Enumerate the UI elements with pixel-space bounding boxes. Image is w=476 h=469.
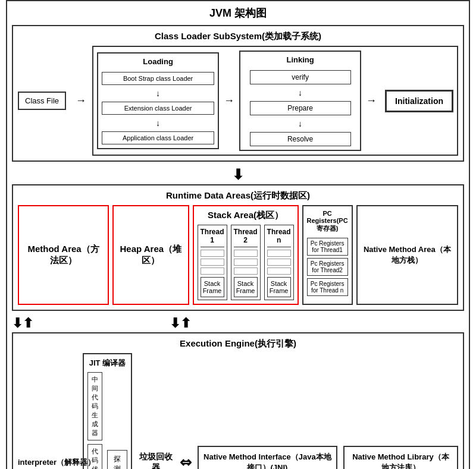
pc-thread2: Pc Registers for Thread2 [307,258,348,276]
linking-col: Linking verify ↓ Prepare ↓ Resolve [239,51,361,151]
thread-n-rows [267,250,291,275]
runtime-section: Runtime Data Areas(运行时数据区) Method Area（方… [12,184,464,311]
classloader-title: Class Loader SubSystem(类加载子系统) [18,31,458,42]
loading-to-linking-arrow: → [224,95,234,107]
interpreter-label: interpreter（解释器） [18,457,77,468]
pc-thread1: Pc Registers for Thread1 [307,238,348,256]
stack-frame-n: Stack Frame [267,277,291,297]
row-line [201,250,224,257]
loading-title: Loading [143,57,173,66]
native-interface-box: Native Method Interface（Java本地接口）(JNI) [198,446,337,470]
linking-arrow-2: ↓ [298,119,302,128]
thread-2-rows [234,250,258,275]
loading-linking-wrapper: Loading Boot Strap class Loader ↓ Extens… [92,46,458,156]
arrow-up-stack: ⬆ [180,316,191,331]
classloader-section: Class Loader SubSystem(类加载子系统) Class Fil… [12,25,464,162]
jit-box: JIT 编译器 中间代码生成器 代码优化器 目标代码生成器 探测器 [83,353,132,469]
runtime-inner: Method Area（方法区） Heap Area（堆区） Stack Are… [18,205,458,305]
row-line [267,259,291,266]
arrow-down-stack: ⬇ [170,316,180,331]
jit-title: JIT 编译器 [87,358,127,369]
linking-resolve: Resolve [250,132,351,146]
row-line [201,259,224,266]
init-box: Initialization [385,90,453,112]
loading-col: Loading Boot Strap class Loader ↓ Extens… [97,52,219,149]
loader-application: Application class Loader [102,131,214,144]
explorer-box: 探测器 [107,450,127,469]
jvm-diagram: JVM 架构图 Class Loader SubSystem(类加载子系统) C… [6,0,470,469]
garbage-label: 垃圾回收器 [138,452,174,470]
stack-threads: Thread 1 Stack Frame Thread 2 [198,225,294,300]
heap-area-box: Heap Area（堆区） [112,205,189,305]
classfile-box: Class File [18,92,66,110]
diagram-title: JVM 架构图 [12,6,464,20]
jit-item-2: 代码优化器 [87,444,102,469]
stack-frame-2: Stack Frame [234,277,258,297]
classfile-arrow: → [76,95,86,107]
method-area-box: Method Area（方法区） [18,205,109,305]
linking-title: Linking [286,55,314,64]
stack-area-box: Stack Area(栈区） Thread 1 Stack Frame [193,205,299,305]
runtime-to-execution-arrows: ⬇ ⬆ ⬇ ⬆ [12,316,464,331]
row-line [234,250,258,257]
runtime-title: Runtime Data Areas(运行时数据区) [18,190,458,202]
arrow-down-method: ⬇ [12,316,23,331]
arrow-down-1: ↓ [156,89,160,98]
arrow-up-heap: ⬆ [23,316,33,331]
linking-arrow-1: ↓ [298,88,302,97]
thread-n-col: Thread n Stack Frame [264,225,294,300]
pc-title: PC Registers(PC寄存器) [307,210,348,233]
row-line [267,250,291,257]
arrow-down-2: ↓ [156,118,160,128]
heap-area-label: Heap Area（堆区） [120,244,181,266]
native-method-area-box: Native Method Area（本地方栈） [356,205,458,305]
double-arrow: ⇔ [180,454,192,470]
row-line [234,267,258,275]
loader-extension: Extension class Loader [102,102,214,115]
native-library-box: Native Method Library（本地方法库） [343,446,458,470]
loading-linking-init: Loading Boot Strap class Loader ↓ Extens… [97,51,453,151]
linking-prepare: Prepare [250,101,351,115]
jit-item-1: 中间代码生成器 [87,372,102,440]
execution-inner: interpreter（解释器） JIT 编译器 中间代码生成器 代码优化器 目… [18,353,458,469]
stack-area-title: Stack Area(栈区） [198,210,294,221]
thread-1-rows [201,250,224,275]
stack-frame-1: Stack Frame [201,277,224,297]
pc-threadn: Pc Registers for Thread n [307,278,348,296]
thread-n-label: Thread n [267,228,291,247]
loader-bootstrap: Boot Strap class Loader [102,72,214,85]
pc-registers-box: PC Registers(PC寄存器) Pc Registers for Thr… [302,205,353,305]
execution-section: Execution Engine(执行引擎) interpreter（解释器） … [12,332,464,469]
jit-inner: 中间代码生成器 代码优化器 目标代码生成器 探测器 [87,372,127,469]
execution-title: Execution Engine(执行引擎) [18,338,458,350]
thread-1-label: Thread 1 [201,228,224,247]
classloader-inner: Class File → Loading Boot Strap class Lo… [18,46,458,156]
method-area-label: Method Area（方法区） [25,244,102,266]
jit-items-col: 中间代码生成器 代码优化器 目标代码生成器 [87,372,102,469]
row-line [201,267,224,275]
linking-to-init-arrow: → [366,95,377,107]
row-line [234,259,258,266]
row-line [267,267,291,275]
classloader-to-runtime-arrow: ⬇ [12,166,464,183]
thread-1-col: Thread 1 Stack Frame [198,225,227,300]
native-method-area-label: Native Method Area（本地方栈） [361,244,453,266]
thread-2-label: Thread 2 [234,228,258,247]
thread-2-col: Thread 2 Stack Frame [231,225,261,300]
linking-verify: verify [250,70,351,84]
